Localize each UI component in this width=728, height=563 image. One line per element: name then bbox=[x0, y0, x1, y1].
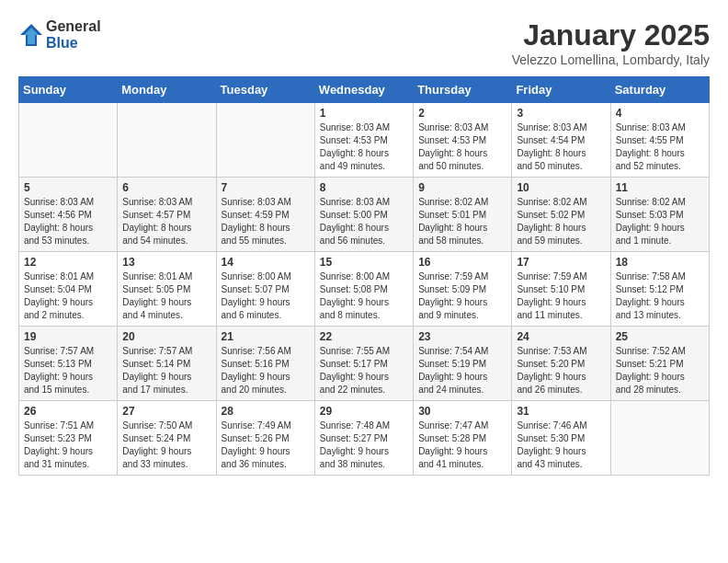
day-number: 4 bbox=[616, 107, 704, 120]
day-info: Sunrise: 8:03 AM Sunset: 5:00 PM Dayligh… bbox=[320, 196, 408, 247]
table-row: 27Sunrise: 7:50 AM Sunset: 5:24 PM Dayli… bbox=[118, 401, 216, 476]
logo: General Blue bbox=[18, 18, 101, 52]
day-info: Sunrise: 7:57 AM Sunset: 5:14 PM Dayligh… bbox=[122, 345, 210, 396]
day-info: Sunrise: 8:03 AM Sunset: 4:56 PM Dayligh… bbox=[24, 196, 112, 247]
day-info: Sunrise: 7:48 AM Sunset: 5:27 PM Dayligh… bbox=[320, 419, 408, 471]
day-number: 3 bbox=[517, 107, 605, 120]
day-number: 27 bbox=[122, 405, 210, 418]
day-info: Sunrise: 8:02 AM Sunset: 5:03 PM Dayligh… bbox=[616, 196, 704, 247]
table-row: 20Sunrise: 7:57 AM Sunset: 5:14 PM Dayli… bbox=[118, 327, 216, 401]
header-friday: Friday bbox=[512, 77, 610, 103]
day-number: 17 bbox=[517, 256, 605, 269]
day-info: Sunrise: 7:53 AM Sunset: 5:20 PM Dayligh… bbox=[517, 345, 605, 396]
table-row: 10Sunrise: 8:02 AM Sunset: 5:02 PM Dayli… bbox=[512, 178, 610, 252]
day-info: Sunrise: 7:46 AM Sunset: 5:30 PM Dayligh… bbox=[517, 419, 605, 471]
day-info: Sunrise: 7:49 AM Sunset: 5:26 PM Dayligh… bbox=[222, 419, 310, 471]
logo-general: General bbox=[46, 18, 101, 34]
table-row: 11Sunrise: 8:02 AM Sunset: 5:03 PM Dayli… bbox=[610, 178, 709, 252]
day-info: Sunrise: 8:01 AM Sunset: 5:04 PM Dayligh… bbox=[24, 270, 112, 322]
day-number: 9 bbox=[418, 181, 506, 194]
day-number: 26 bbox=[24, 405, 112, 418]
table-row: 5Sunrise: 8:03 AM Sunset: 4:56 PM Daylig… bbox=[19, 178, 118, 252]
day-info: Sunrise: 8:03 AM Sunset: 4:54 PM Dayligh… bbox=[517, 121, 605, 173]
table-row: 14Sunrise: 8:00 AM Sunset: 5:07 PM Dayli… bbox=[216, 252, 314, 327]
day-number: 10 bbox=[517, 181, 605, 194]
table-row bbox=[216, 103, 314, 178]
header-saturday: Saturday bbox=[610, 77, 709, 103]
day-number: 24 bbox=[517, 330, 605, 343]
table-row: 7Sunrise: 8:03 AM Sunset: 4:59 PM Daylig… bbox=[216, 178, 314, 252]
day-number: 12 bbox=[24, 256, 112, 269]
day-number: 16 bbox=[418, 256, 506, 269]
table-row: 12Sunrise: 8:01 AM Sunset: 5:04 PM Dayli… bbox=[19, 252, 118, 327]
header-wednesday: Wednesday bbox=[314, 77, 413, 103]
day-number: 5 bbox=[24, 181, 112, 194]
table-row: 24Sunrise: 7:53 AM Sunset: 5:20 PM Dayli… bbox=[512, 327, 610, 401]
week-row-1: 1Sunrise: 8:03 AM Sunset: 4:53 PM Daylig… bbox=[19, 103, 710, 178]
month-year: January 2025 bbox=[512, 18, 710, 52]
day-info: Sunrise: 7:55 AM Sunset: 5:17 PM Dayligh… bbox=[320, 345, 408, 396]
page-header: General Blue January 2025 Velezzo Lomell… bbox=[18, 18, 710, 67]
day-info: Sunrise: 8:02 AM Sunset: 5:02 PM Dayligh… bbox=[517, 196, 605, 247]
table-row: 15Sunrise: 8:00 AM Sunset: 5:08 PM Dayli… bbox=[314, 252, 413, 327]
table-row: 2Sunrise: 8:03 AM Sunset: 4:53 PM Daylig… bbox=[414, 103, 512, 178]
table-row: 8Sunrise: 8:03 AM Sunset: 5:00 PM Daylig… bbox=[314, 178, 413, 252]
table-row: 16Sunrise: 7:59 AM Sunset: 5:09 PM Dayli… bbox=[414, 252, 512, 327]
table-row: 3Sunrise: 8:03 AM Sunset: 4:54 PM Daylig… bbox=[512, 103, 610, 178]
day-info: Sunrise: 8:03 AM Sunset: 4:53 PM Dayligh… bbox=[418, 121, 506, 173]
header-thursday: Thursday bbox=[414, 77, 512, 103]
day-info: Sunrise: 7:58 AM Sunset: 5:12 PM Dayligh… bbox=[616, 270, 704, 322]
day-info: Sunrise: 8:00 AM Sunset: 5:08 PM Dayligh… bbox=[320, 270, 408, 322]
day-info: Sunrise: 7:47 AM Sunset: 5:28 PM Dayligh… bbox=[418, 419, 506, 471]
day-number: 7 bbox=[222, 181, 310, 194]
day-info: Sunrise: 8:02 AM Sunset: 5:01 PM Dayligh… bbox=[418, 196, 506, 247]
location: Velezzo Lomellina, Lombardy, Italy bbox=[512, 52, 710, 67]
day-info: Sunrise: 8:00 AM Sunset: 5:07 PM Dayligh… bbox=[222, 270, 310, 322]
day-number: 8 bbox=[320, 181, 408, 194]
day-number: 19 bbox=[24, 330, 112, 343]
table-row: 29Sunrise: 7:48 AM Sunset: 5:27 PM Dayli… bbox=[314, 401, 413, 476]
table-row bbox=[118, 103, 216, 178]
day-number: 29 bbox=[320, 405, 408, 418]
day-info: Sunrise: 7:59 AM Sunset: 5:10 PM Dayligh… bbox=[517, 270, 605, 322]
day-info: Sunrise: 8:03 AM Sunset: 4:53 PM Dayligh… bbox=[320, 121, 408, 173]
day-number: 31 bbox=[517, 405, 605, 418]
week-row-5: 26Sunrise: 7:51 AM Sunset: 5:23 PM Dayli… bbox=[19, 401, 710, 476]
weekday-header-row: Sunday Monday Tuesday Wednesday Thursday… bbox=[19, 77, 710, 103]
table-row: 30Sunrise: 7:47 AM Sunset: 5:28 PM Dayli… bbox=[414, 401, 512, 476]
day-info: Sunrise: 8:03 AM Sunset: 4:55 PM Dayligh… bbox=[616, 121, 704, 173]
day-info: Sunrise: 7:56 AM Sunset: 5:16 PM Dayligh… bbox=[222, 345, 310, 396]
day-number: 13 bbox=[122, 256, 210, 269]
logo-icon bbox=[18, 22, 44, 48]
table-row: 17Sunrise: 7:59 AM Sunset: 5:10 PM Dayli… bbox=[512, 252, 610, 327]
table-row: 31Sunrise: 7:46 AM Sunset: 5:30 PM Dayli… bbox=[512, 401, 610, 476]
day-number: 28 bbox=[222, 405, 310, 418]
day-number: 14 bbox=[222, 256, 310, 269]
day-number: 21 bbox=[222, 330, 310, 343]
day-number: 1 bbox=[320, 107, 408, 120]
table-row: 19Sunrise: 7:57 AM Sunset: 5:13 PM Dayli… bbox=[19, 327, 118, 401]
week-row-4: 19Sunrise: 7:57 AM Sunset: 5:13 PM Dayli… bbox=[19, 327, 710, 401]
day-info: Sunrise: 7:51 AM Sunset: 5:23 PM Dayligh… bbox=[24, 419, 112, 471]
table-row bbox=[19, 103, 118, 178]
week-row-2: 5Sunrise: 8:03 AM Sunset: 4:56 PM Daylig… bbox=[19, 178, 710, 252]
day-number: 6 bbox=[122, 181, 210, 194]
table-row: 18Sunrise: 7:58 AM Sunset: 5:12 PM Dayli… bbox=[610, 252, 709, 327]
header-monday: Monday bbox=[118, 77, 216, 103]
table-row: 21Sunrise: 7:56 AM Sunset: 5:16 PM Dayli… bbox=[216, 327, 314, 401]
logo-blue: Blue bbox=[46, 35, 78, 51]
day-number: 2 bbox=[418, 107, 506, 120]
day-info: Sunrise: 7:54 AM Sunset: 5:19 PM Dayligh… bbox=[418, 345, 506, 396]
day-info: Sunrise: 7:52 AM Sunset: 5:21 PM Dayligh… bbox=[616, 345, 704, 396]
week-row-3: 12Sunrise: 8:01 AM Sunset: 5:04 PM Dayli… bbox=[19, 252, 710, 327]
day-info: Sunrise: 7:50 AM Sunset: 5:24 PM Dayligh… bbox=[122, 419, 210, 471]
table-row: 6Sunrise: 8:03 AM Sunset: 4:57 PM Daylig… bbox=[118, 178, 216, 252]
day-number: 23 bbox=[418, 330, 506, 343]
day-number: 15 bbox=[320, 256, 408, 269]
table-row: 22Sunrise: 7:55 AM Sunset: 5:17 PM Dayli… bbox=[314, 327, 413, 401]
table-row: 1Sunrise: 8:03 AM Sunset: 4:53 PM Daylig… bbox=[314, 103, 413, 178]
day-info: Sunrise: 7:59 AM Sunset: 5:09 PM Dayligh… bbox=[418, 270, 506, 322]
title-section: January 2025 Velezzo Lomellina, Lombardy… bbox=[512, 18, 710, 67]
header-sunday: Sunday bbox=[19, 77, 118, 103]
day-number: 11 bbox=[616, 181, 704, 194]
